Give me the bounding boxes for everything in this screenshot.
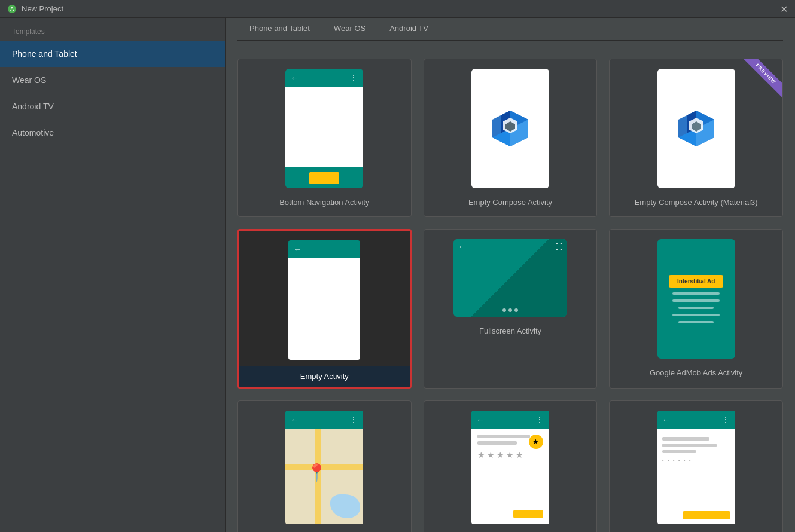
login-body: • • • • • •	[657, 429, 735, 524]
back-arrow-icon-2: ←	[293, 244, 301, 254]
template-card-login[interactable]: ← ⋮ • • • • • • Login Activity	[609, 400, 783, 532]
sidebar: Templates Phone and Tablet Wear OS Andro…	[0, 18, 226, 532]
tab-phone-tablet[interactable]: Phone and Tablet	[237, 18, 322, 40]
close-button[interactable]: ✕	[780, 3, 788, 14]
card-label-admob: Google AdMob Ads Activity	[647, 365, 745, 381]
admob-line-5	[678, 321, 714, 323]
login-button	[683, 511, 730, 519]
template-card-compose-material3[interactable]: PREVIEW Empty Compose Activity (Material…	[609, 59, 783, 217]
menu-dots-icon-4: ⋮	[722, 415, 730, 424]
card-label-fullscreen: Fullscreen Activity	[477, 323, 544, 339]
template-grid: ← ⋮ Bottom Navigation Activity	[237, 53, 783, 532]
preview-badge-text: PREVIEW	[741, 59, 782, 99]
map-water	[330, 494, 360, 518]
nav-dot-2	[508, 308, 512, 312]
login-line-1	[662, 437, 710, 441]
sidebar-item-android-tv[interactable]: Android TV	[0, 93, 225, 120]
compose-logo-icon	[486, 105, 534, 152]
fullscreen-preview: ← ⛶	[453, 239, 567, 317]
android-icon: A	[7, 4, 17, 14]
sidebar-item-phone-tablet[interactable]: Phone and Tablet	[0, 41, 225, 67]
back-arrow-icon-5: ←	[476, 415, 485, 424]
title-bar: A New Project ✕	[0, 0, 795, 18]
admob-preview: Interstitial Ad	[657, 239, 735, 359]
bottom-nav-preview: ← ⋮	[285, 69, 363, 188]
admob-line-3	[678, 307, 714, 309]
card-label-empty-compose: Empty Compose Activity	[466, 194, 555, 210]
phone-footer	[285, 167, 363, 188]
card-label-compose-material3: Empty Compose Activity (Material3)	[632, 194, 760, 210]
rating-button	[513, 510, 543, 518]
admob-line-2	[672, 299, 719, 302]
card-label-bottom-nav: Bottom Navigation Activity	[277, 194, 371, 210]
admob-line-4	[672, 314, 719, 316]
empty-body	[288, 258, 360, 360]
rating-body: ★★★★★ ★	[471, 429, 549, 524]
fullscreen-icon: ⛶	[555, 243, 562, 251]
bottom-nav-bar	[309, 172, 339, 184]
template-card-fullscreen[interactable]: ← ⛶ Fullscreen Activity	[424, 229, 598, 389]
star-badge-icon: ★	[529, 435, 543, 449]
phone-body	[285, 87, 363, 167]
main-container: Templates Phone and Tablet Wear OS Andro…	[0, 18, 795, 532]
sidebar-item-automotive[interactable]: Automotive	[0, 120, 225, 146]
admob-banner: Interstitial Ad	[669, 275, 724, 288]
sidebar-section-label: Templates	[0, 18, 225, 41]
login-preview: ← ⋮ • • • • • •	[657, 411, 735, 524]
tab-android-tv[interactable]: Android TV	[377, 18, 440, 40]
nav-dot-1	[502, 308, 506, 312]
preview-badge: PREVIEW	[735, 59, 782, 107]
admob-line-1	[672, 292, 719, 295]
map-pin-icon: 📍	[306, 464, 327, 481]
maps-preview: ← ⋮ 📍	[285, 411, 363, 524]
compose-material3-logo-icon	[672, 105, 720, 152]
back-arrow-icon-6: ←	[662, 415, 671, 424]
template-card-rating[interactable]: ← ⋮ ★★★★★ ★ Google Play In-App Review Ac…	[424, 400, 598, 532]
login-dots: • • • • • •	[662, 457, 730, 463]
back-arrow-icon: ←	[290, 73, 298, 82]
tab-wear-os[interactable]: Wear OS	[322, 18, 377, 40]
template-card-admob[interactable]: Interstitial Ad Google AdMob Ads Activit…	[609, 229, 783, 389]
content-area: Phone and Tablet Wear OS Android TV ← ⋮	[226, 18, 795, 532]
rating-stars-icon: ★★★★★	[477, 450, 543, 460]
login-line-2	[662, 444, 717, 447]
template-card-bottom-nav[interactable]: ← ⋮ Bottom Navigation Activity	[237, 59, 412, 217]
menu-dots-icon-3: ⋮	[536, 415, 544, 424]
card-label-empty-activity: Empty Activity	[239, 366, 410, 387]
fullscreen-nav-dots	[502, 308, 518, 312]
back-arrow-icon-4: ←	[290, 415, 298, 424]
template-card-empty-compose[interactable]: Empty Compose Activity	[424, 59, 598, 217]
map-area: 📍	[285, 429, 363, 524]
sidebar-item-wear-os[interactable]: Wear OS	[0, 67, 225, 93]
back-arrow-icon-3: ←	[458, 243, 465, 251]
template-card-maps[interactable]: ← ⋮ 📍 Google Maps Activity	[237, 400, 412, 532]
login-line-3	[662, 450, 696, 453]
svg-text:A: A	[10, 6, 14, 13]
compose-preview	[471, 69, 549, 188]
nav-dot-3	[514, 308, 518, 312]
tab-header: Phone and Tablet Wear OS Android TV	[237, 18, 783, 41]
compose-material3-preview	[657, 69, 735, 188]
dialog-title: New Project	[22, 4, 63, 13]
menu-dots-icon-2: ⋮	[350, 415, 358, 424]
menu-dots-icon: ⋮	[350, 74, 358, 82]
fullscreen-header: ← ⛶	[458, 243, 562, 251]
rating-line-1	[477, 435, 530, 438]
rating-line-2	[477, 441, 517, 445]
template-card-empty-activity[interactable]: ← Empty Activity	[237, 229, 412, 389]
empty-activity-preview: ←	[288, 240, 360, 360]
rating-preview: ← ⋮ ★★★★★ ★	[471, 411, 549, 524]
